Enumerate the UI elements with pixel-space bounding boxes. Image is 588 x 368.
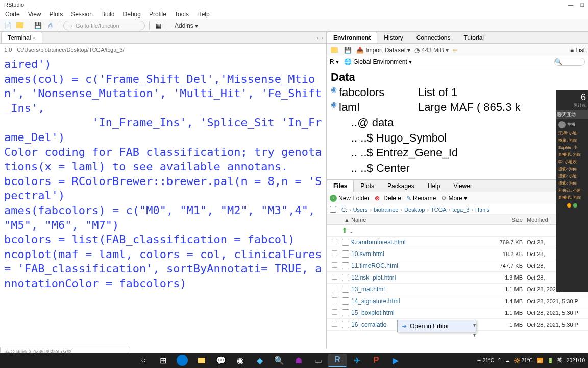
file-row[interactable]: 9.randomforest.html 769.7 KB Oct 28, [327, 237, 588, 248]
file-row[interactable]: 12.risk_plot.html 1.3 MB Oct 28, [327, 272, 588, 284]
file-row[interactable]: 13_maf.html 1.1 MB Oct 28, 2021, 5:30 P [327, 284, 588, 295]
save-all-icon[interactable]: ⎙ [45, 21, 55, 30]
parent-dir-row[interactable]: ⬆.. [327, 225, 588, 237]
import-dataset-button[interactable]: 📥 Import Dataset ▾ [356, 47, 410, 54]
tab-files[interactable]: Files [327, 180, 354, 192]
file-checkbox[interactable] [331, 262, 337, 268]
path-seg[interactable]: Desktop [404, 206, 425, 213]
file-row[interactable]: 10.svm.html 18.2 KB Oct 28, [327, 248, 588, 260]
tray-icon[interactable]: 🔋 [547, 358, 553, 363]
select-all-checkbox[interactable] [330, 206, 336, 213]
tray-icon[interactable]: 📶 [537, 358, 543, 363]
tab-plots[interactable]: Plots [354, 180, 381, 192]
path-seg[interactable]: Users [353, 206, 368, 213]
file-row[interactable]: 11.timeROC.html 747.7 KB Oct 28, [327, 260, 588, 272]
file-checkbox[interactable] [331, 274, 337, 280]
r-dropdown[interactable]: R ▾ [330, 58, 339, 65]
file-checkbox[interactable] [331, 239, 337, 245]
new-folder-button[interactable]: +New Folder [330, 195, 370, 202]
env-search-input[interactable]: 🔍 [554, 58, 585, 66]
open-file-icon[interactable] [15, 21, 24, 30]
tray-up-icon[interactable]: ^ [498, 358, 501, 363]
env-item-fabcolors[interactable]: ◉ fabcolors List of 1 [331, 85, 584, 100]
list-view-button[interactable]: ≡ List [570, 47, 585, 54]
terminal-tab[interactable]: Terminal × [1, 32, 42, 43]
dropdown-arrow-icon[interactable]: ▼ [472, 333, 477, 338]
file-checkbox[interactable] [331, 321, 337, 327]
maximize-button[interactable]: □ [580, 2, 584, 8]
powerpoint-icon[interactable]: P [367, 354, 385, 367]
broom-icon[interactable]: ✏ [453, 47, 458, 54]
tab-help[interactable]: Help [421, 180, 447, 192]
explorer-icon[interactable] [192, 354, 211, 367]
delete-button[interactable]: ⊗Delete [375, 195, 401, 202]
everything-icon[interactable]: 🔍 [270, 354, 288, 367]
wechat-icon[interactable]: 💬 [212, 354, 230, 367]
app-icon[interactable]: ☗ [289, 354, 308, 367]
file-checkbox[interactable] [331, 286, 337, 292]
app-icon[interactable]: ▭ [309, 354, 327, 367]
save-icon[interactable]: 💾 [33, 21, 42, 30]
menu-help[interactable]: Help [194, 11, 213, 18]
menu-plots[interactable]: Plots [46, 11, 66, 18]
tab-packages[interactable]: Packages [381, 180, 421, 192]
path-seg[interactable]: Htmls [475, 206, 489, 213]
rename-button[interactable]: ✎Rename [406, 195, 436, 202]
app-icon[interactable]: ✈ [348, 354, 366, 367]
app-icon[interactable]: ▶ [386, 354, 405, 367]
path-seg[interactable]: biotrainee [374, 206, 398, 213]
app-icon[interactable]: ◆ [251, 354, 269, 367]
code-editor[interactable]: aired') ames(col) = c('Frame_Shift_Del',… [0, 55, 326, 349]
open-in-editor-item[interactable]: ➜ Open in Editor [398, 320, 476, 332]
menu-profile[interactable]: Profile [146, 11, 169, 18]
addins-dropdown[interactable]: Addins ▾ [172, 22, 201, 29]
menu-tools[interactable]: Tools [172, 11, 192, 18]
col-name[interactable]: ▲ Name [342, 217, 481, 223]
menu-session[interactable]: Session [68, 11, 96, 18]
temp-widget[interactable]: 🔆 21°C [514, 358, 533, 363]
global-env-dropdown[interactable]: 🌐 Global Environment ▾ [344, 58, 412, 65]
tab-viewer[interactable]: Viewer [447, 180, 478, 192]
file-checkbox[interactable] [331, 250, 337, 257]
save-env-icon[interactable]: 💾 [343, 45, 352, 55]
memory-indicator[interactable]: ◔ 443 MiB ▾ [414, 47, 449, 54]
path-seg[interactable]: C: [341, 206, 347, 213]
new-file-icon[interactable]: 📄 [3, 21, 12, 30]
cortana-icon[interactable]: ○ [134, 354, 153, 367]
path-seg[interactable]: TCGA [431, 206, 447, 213]
expand-icon[interactable]: ◉ [331, 100, 337, 115]
clock[interactable]: 2021/10 [567, 358, 585, 363]
menu-build[interactable]: Build [98, 11, 118, 18]
expand-icon[interactable]: ◉ [331, 85, 337, 100]
menu-code[interactable]: Code [2, 11, 23, 18]
grid-icon[interactable]: ▦ [154, 21, 163, 30]
col-size[interactable]: Size [481, 217, 527, 223]
cloud-icon[interactable]: ☁ [505, 358, 510, 363]
tab-history[interactable]: History [377, 32, 409, 43]
minimize-button[interactable]: — [568, 2, 573, 8]
file-checkbox[interactable] [331, 297, 337, 304]
load-icon[interactable] [330, 45, 339, 55]
rstudio-icon[interactable]: R [328, 354, 347, 367]
file-checkbox[interactable] [331, 309, 337, 315]
file-row[interactable]: 14_signature.html 1.4 MB Oct 28, 2021, 5… [327, 295, 588, 307]
file-row[interactable]: 15_boxplot.html 1.1 MB Oct 28, 2021, 5:3… [327, 307, 588, 319]
env-item-laml[interactable]: ◉ laml Large MAF ( 865.3 k [331, 100, 584, 115]
task-view-icon[interactable]: ⊞ [154, 354, 172, 367]
files-breadcrumb: C:› Users› biotrainee› Desktop› TCGA› tc… [327, 204, 588, 215]
menu-debug[interactable]: Debug [120, 11, 144, 18]
tab-tutorial[interactable]: Tutorial [457, 32, 491, 43]
menu-view[interactable]: View [25, 11, 44, 18]
ime-indicator[interactable]: 英 [557, 357, 562, 364]
chat-line: 直播吧: 为你 [558, 195, 586, 200]
more-button[interactable]: ⚙More ▾ [441, 195, 467, 202]
edge-icon[interactable] [177, 355, 188, 366]
path-seg[interactable]: tcga_3 [452, 206, 469, 213]
weather-widget[interactable]: ☀ 21°C [477, 358, 494, 363]
goto-file-input[interactable]: → Go to file/function [63, 21, 145, 30]
maximize-pane-icon[interactable]: ▭ [317, 34, 323, 41]
dropdown-arrow-icon[interactable]: ▼ [472, 323, 477, 328]
chrome-icon[interactable]: ◉ [231, 354, 250, 367]
tab-environment[interactable]: Environment [327, 32, 377, 43]
tab-connections[interactable]: Connections [410, 32, 457, 43]
